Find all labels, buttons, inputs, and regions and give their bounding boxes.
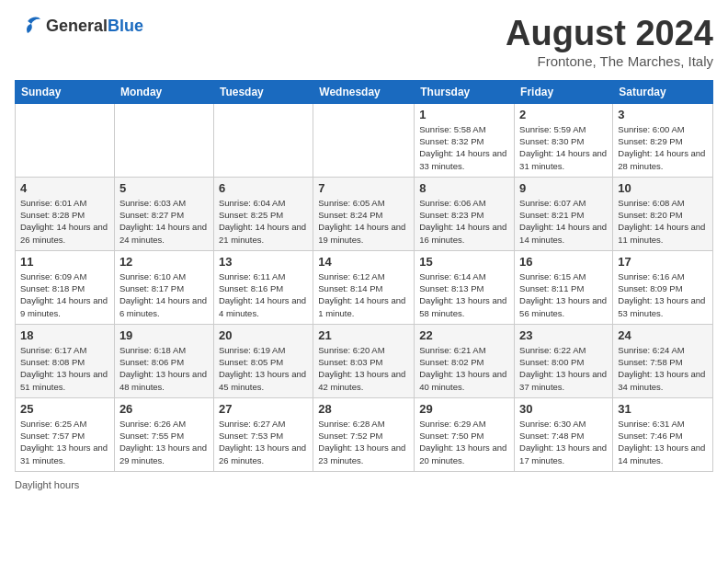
day-info: Sunrise: 6:18 AM Sunset: 8:06 PM Dayligh… bbox=[119, 344, 209, 393]
calendar-day-cell: 3Sunrise: 6:00 AM Sunset: 8:29 PM Daylig… bbox=[613, 103, 713, 177]
calendar-day-cell: 8Sunrise: 6:06 AM Sunset: 8:23 PM Daylig… bbox=[415, 177, 515, 250]
day-info: Sunrise: 6:20 AM Sunset: 8:03 PM Dayligh… bbox=[318, 344, 409, 393]
daylight-label: Daylight hours bbox=[15, 479, 79, 490]
day-number: 11 bbox=[20, 255, 109, 269]
day-info: Sunrise: 6:29 AM Sunset: 7:50 PM Dayligh… bbox=[419, 418, 509, 466]
calendar-day-cell: 6Sunrise: 6:04 AM Sunset: 8:25 PM Daylig… bbox=[213, 177, 313, 250]
calendar-day-cell: 22Sunrise: 6:21 AM Sunset: 8:02 PM Dayli… bbox=[415, 324, 515, 397]
day-number: 7 bbox=[318, 181, 409, 195]
day-number: 24 bbox=[618, 328, 708, 342]
calendar-day-cell: 17Sunrise: 6:16 AM Sunset: 8:09 PM Dayli… bbox=[613, 250, 713, 324]
calendar-week-row: 25Sunrise: 6:25 AM Sunset: 7:57 PM Dayli… bbox=[16, 397, 713, 471]
day-number: 10 bbox=[618, 181, 708, 195]
day-number: 27 bbox=[219, 402, 308, 416]
calendar-day-cell: 1Sunrise: 5:58 AM Sunset: 8:32 PM Daylig… bbox=[415, 103, 515, 177]
day-info: Sunrise: 6:10 AM Sunset: 8:17 PM Dayligh… bbox=[119, 270, 209, 319]
calendar-day-cell: 29Sunrise: 6:29 AM Sunset: 7:50 PM Dayli… bbox=[415, 397, 515, 471]
day-info: Sunrise: 6:21 AM Sunset: 8:02 PM Dayligh… bbox=[419, 344, 509, 393]
day-info: Sunrise: 6:24 AM Sunset: 7:58 PM Dayligh… bbox=[618, 344, 708, 393]
calendar-week-row: 4Sunrise: 6:01 AM Sunset: 8:28 PM Daylig… bbox=[16, 177, 713, 250]
calendar-day-cell bbox=[213, 103, 313, 177]
logo-general: General bbox=[46, 17, 108, 35]
day-number: 2 bbox=[519, 108, 608, 121]
day-number: 4 bbox=[20, 181, 109, 195]
calendar-day-cell: 31Sunrise: 6:31 AM Sunset: 7:46 PM Dayli… bbox=[613, 397, 713, 471]
day-info: Sunrise: 6:26 AM Sunset: 7:55 PM Dayligh… bbox=[119, 418, 209, 466]
weekday-header-row: SundayMondayTuesdayWednesdayThursdayFrid… bbox=[16, 80, 713, 103]
day-info: Sunrise: 6:19 AM Sunset: 8:05 PM Dayligh… bbox=[219, 344, 308, 393]
weekday-header-cell: Thursday bbox=[415, 80, 515, 103]
day-info: Sunrise: 6:31 AM Sunset: 7:46 PM Dayligh… bbox=[618, 418, 708, 466]
calendar-day-cell: 15Sunrise: 6:14 AM Sunset: 8:13 PM Dayli… bbox=[415, 250, 515, 324]
calendar-day-cell: 23Sunrise: 6:22 AM Sunset: 8:00 PM Dayli… bbox=[515, 324, 613, 397]
day-info: Sunrise: 6:08 AM Sunset: 8:20 PM Dayligh… bbox=[618, 197, 708, 246]
calendar-day-cell: 2Sunrise: 5:59 AM Sunset: 8:30 PM Daylig… bbox=[515, 103, 613, 177]
calendar-day-cell bbox=[114, 103, 213, 177]
day-number: 16 bbox=[519, 255, 608, 269]
day-number: 12 bbox=[119, 255, 209, 269]
calendar-day-cell: 24Sunrise: 6:24 AM Sunset: 7:58 PM Dayli… bbox=[613, 324, 713, 397]
day-info: Sunrise: 6:07 AM Sunset: 8:21 PM Dayligh… bbox=[519, 197, 608, 246]
day-number: 3 bbox=[618, 108, 708, 121]
calendar-day-cell: 4Sunrise: 6:01 AM Sunset: 8:28 PM Daylig… bbox=[16, 177, 115, 250]
day-number: 15 bbox=[419, 255, 509, 269]
day-info: Sunrise: 6:25 AM Sunset: 7:57 PM Dayligh… bbox=[20, 418, 109, 466]
day-info: Sunrise: 6:15 AM Sunset: 8:11 PM Dayligh… bbox=[519, 270, 608, 319]
logo-blue: Blue bbox=[108, 17, 143, 35]
day-info: Sunrise: 6:09 AM Sunset: 8:18 PM Dayligh… bbox=[20, 270, 109, 319]
day-number: 31 bbox=[618, 402, 708, 416]
calendar-day-cell: 10Sunrise: 6:08 AM Sunset: 8:20 PM Dayli… bbox=[613, 177, 713, 250]
day-info: Sunrise: 6:00 AM Sunset: 8:29 PM Dayligh… bbox=[618, 123, 708, 172]
calendar-day-cell: 30Sunrise: 6:30 AM Sunset: 7:48 PM Dayli… bbox=[515, 397, 613, 471]
title-block: August 2024 Frontone, The Marches, Italy bbox=[506, 15, 713, 69]
weekday-header-cell: Wednesday bbox=[313, 80, 415, 103]
day-info: Sunrise: 6:14 AM Sunset: 8:13 PM Dayligh… bbox=[419, 270, 509, 319]
day-info: Sunrise: 6:30 AM Sunset: 7:48 PM Dayligh… bbox=[519, 418, 608, 466]
weekday-header-cell: Tuesday bbox=[213, 80, 313, 103]
calendar-day-cell: 25Sunrise: 6:25 AM Sunset: 7:57 PM Dayli… bbox=[16, 397, 115, 471]
day-info: Sunrise: 6:01 AM Sunset: 8:28 PM Dayligh… bbox=[20, 197, 109, 246]
day-info: Sunrise: 6:11 AM Sunset: 8:16 PM Dayligh… bbox=[219, 270, 308, 319]
calendar-day-cell: 26Sunrise: 6:26 AM Sunset: 7:55 PM Dayli… bbox=[114, 397, 213, 471]
day-number: 6 bbox=[219, 181, 308, 195]
calendar-day-cell: 16Sunrise: 6:15 AM Sunset: 8:11 PM Dayli… bbox=[515, 250, 613, 324]
day-number: 26 bbox=[119, 402, 209, 416]
calendar-week-row: 18Sunrise: 6:17 AM Sunset: 8:08 PM Dayli… bbox=[16, 324, 713, 397]
day-number: 28 bbox=[318, 402, 409, 416]
day-number: 8 bbox=[419, 181, 509, 195]
weekday-header-cell: Sunday bbox=[16, 80, 115, 103]
day-info: Sunrise: 6:04 AM Sunset: 8:25 PM Dayligh… bbox=[219, 197, 308, 246]
calendar-day-cell bbox=[16, 103, 115, 177]
weekday-header-cell: Saturday bbox=[613, 80, 713, 103]
logo-icon bbox=[15, 15, 42, 37]
day-number: 1 bbox=[419, 108, 509, 121]
day-number: 20 bbox=[219, 328, 308, 342]
calendar-day-cell: 21Sunrise: 6:20 AM Sunset: 8:03 PM Dayli… bbox=[313, 324, 415, 397]
day-number: 9 bbox=[519, 181, 608, 195]
calendar-day-cell: 13Sunrise: 6:11 AM Sunset: 8:16 PM Dayli… bbox=[213, 250, 313, 324]
calendar-body: 1Sunrise: 5:58 AM Sunset: 8:32 PM Daylig… bbox=[16, 103, 713, 471]
day-number: 30 bbox=[519, 402, 608, 416]
day-info: Sunrise: 6:16 AM Sunset: 8:09 PM Dayligh… bbox=[618, 270, 708, 319]
calendar-day-cell: 11Sunrise: 6:09 AM Sunset: 8:18 PM Dayli… bbox=[16, 250, 115, 324]
calendar-day-cell: 20Sunrise: 6:19 AM Sunset: 8:05 PM Dayli… bbox=[213, 324, 313, 397]
calendar-day-cell: 19Sunrise: 6:18 AM Sunset: 8:06 PM Dayli… bbox=[114, 324, 213, 397]
day-number: 5 bbox=[119, 181, 209, 195]
weekday-header-cell: Monday bbox=[114, 80, 213, 103]
calendar-table: SundayMondayTuesdayWednesdayThursdayFrid… bbox=[15, 80, 713, 472]
day-info: Sunrise: 6:03 AM Sunset: 8:27 PM Dayligh… bbox=[119, 197, 209, 246]
day-number: 22 bbox=[419, 328, 509, 342]
day-number: 19 bbox=[119, 328, 209, 342]
calendar-week-row: 1Sunrise: 5:58 AM Sunset: 8:32 PM Daylig… bbox=[16, 103, 713, 177]
calendar-day-cell: 14Sunrise: 6:12 AM Sunset: 8:14 PM Dayli… bbox=[313, 250, 415, 324]
calendar-day-cell: 28Sunrise: 6:28 AM Sunset: 7:52 PM Dayli… bbox=[313, 397, 415, 471]
day-number: 29 bbox=[419, 402, 509, 416]
day-info: Sunrise: 5:59 AM Sunset: 8:30 PM Dayligh… bbox=[519, 123, 608, 172]
day-number: 14 bbox=[318, 255, 409, 269]
calendar-day-cell: 12Sunrise: 6:10 AM Sunset: 8:17 PM Dayli… bbox=[114, 250, 213, 324]
day-number: 13 bbox=[219, 255, 308, 269]
calendar-day-cell: 27Sunrise: 6:27 AM Sunset: 7:53 PM Dayli… bbox=[213, 397, 313, 471]
day-info: Sunrise: 6:27 AM Sunset: 7:53 PM Dayligh… bbox=[219, 418, 308, 466]
calendar-day-cell: 5Sunrise: 6:03 AM Sunset: 8:27 PM Daylig… bbox=[114, 177, 213, 250]
month-title: August 2024 bbox=[506, 15, 713, 53]
